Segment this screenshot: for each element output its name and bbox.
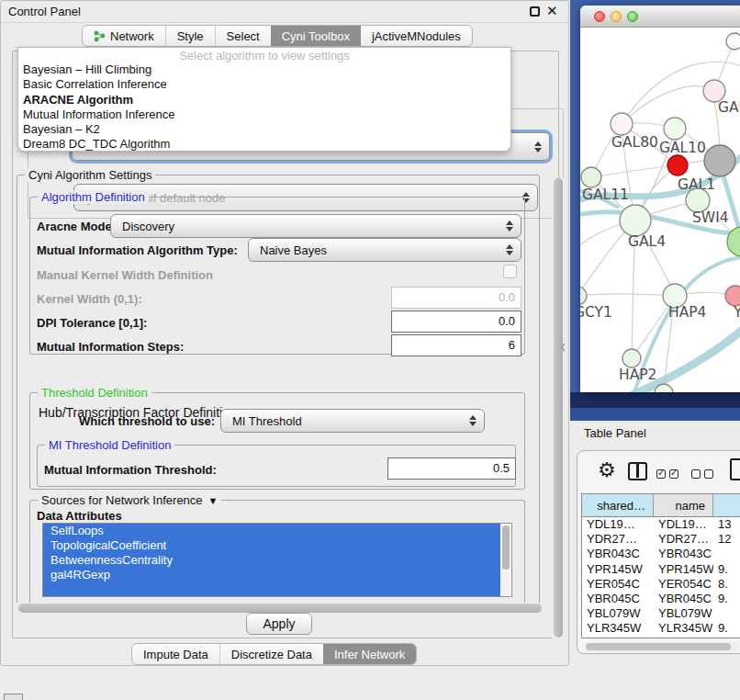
stepper-arrows-icon	[506, 220, 513, 231]
network-node[interactable]	[726, 33, 740, 50]
close-icon[interactable]: ✕	[546, 3, 558, 19]
scrollbar-thumb[interactable]	[18, 604, 542, 613]
scrollbar-thumb[interactable]	[586, 643, 731, 650]
apply-button[interactable]: Apply	[246, 613, 312, 635]
table-row[interactable]: YBL079WYBL079W	[582, 606, 740, 621]
table-cell: YBL079W	[654, 606, 713, 621]
minimized-panel-icon[interactable]	[4, 694, 23, 700]
aracne-mode-combo[interactable]: Discovery	[110, 214, 521, 238]
network-edge[interactable]	[580, 329, 740, 392]
panel-resize-handle-icon[interactable]: ❮	[560, 343, 566, 351]
tab-cyni-toolbox-label: Cyni Toolbox	[282, 29, 350, 43]
mi-steps-field[interactable]: 6	[391, 334, 521, 356]
table-row[interactable]: YDR27…YDR27…12	[582, 532, 740, 547]
kernel-width-field[interactable]: 0.0	[391, 287, 521, 309]
dropdown-placeholder: Select algorithm to view settings	[18, 49, 510, 62]
dropdown-item[interactable]: ARACNE Algorithm	[18, 93, 510, 107]
table-cell: YDL19…	[582, 517, 654, 532]
new-table-icon[interactable]	[730, 458, 740, 480]
table-cell: 9.	[713, 621, 740, 636]
desktop-band	[570, 408, 740, 421]
threshold-definition-title: Threshold Definition	[38, 386, 151, 400]
dropdown-item[interactable]: Dream8 DC_TDC Algorithm	[18, 137, 510, 152]
select-all-checkboxes-icon[interactable]	[656, 466, 682, 482]
node-label: SWI4	[692, 209, 729, 226]
which-threshold-label: Which threshold to use:	[79, 414, 215, 428]
aracne-mode-value: Discovery	[122, 220, 174, 233]
list-vertical-scrollbar[interactable]	[501, 525, 510, 597]
stepper-arrows-icon	[506, 244, 513, 255]
zoom-traffic-light-icon[interactable]	[627, 11, 638, 22]
network-node-gcy1[interactable]	[580, 287, 587, 305]
network-node-gal11[interactable]	[581, 167, 601, 187]
column-header-name[interactable]: name	[654, 494, 713, 516]
mi-type-combo[interactable]: Naive Bayes	[248, 238, 521, 262]
tab-impute-data-label: Impute Data	[143, 648, 208, 661]
table-cell: YIL053C	[654, 637, 713, 639]
table-row[interactable]: YLR345WYLR345W9.	[582, 621, 740, 636]
minimize-traffic-light-icon[interactable]	[611, 11, 622, 22]
list-item[interactable]: BetweennessCentrality	[43, 553, 500, 568]
network-node-hap2[interactable]	[622, 349, 641, 367]
list-item[interactable]: SelfLoops	[43, 524, 500, 538]
node-label: GAL80	[611, 134, 658, 151]
tab-network[interactable]: Network	[83, 26, 165, 46]
network-edge[interactable]	[580, 294, 675, 296]
deselect-all-checkboxes-icon[interactable]	[691, 466, 717, 482]
dpi-tolerance-field[interactable]: 0.0	[391, 310, 521, 333]
network-node-gal10[interactable]	[664, 118, 686, 140]
table-row[interactable]: YBR045CYBR045C9.	[582, 592, 740, 606]
network-canvas[interactable]: GALGAL80GAL10GAL1GAL11SWI4GAL4GCY1HAP4YH…	[580, 28, 740, 392]
tab-style[interactable]: Style	[165, 26, 215, 46]
tab-discretize-data[interactable]: Discretize Data	[219, 644, 323, 664]
list-item-partial[interactable]	[43, 582, 500, 597]
data-attributes-list[interactable]: SelfLoopsTopologicalCoefficientBetweenne…	[42, 523, 512, 597]
mi-threshold-field[interactable]: 0.5	[387, 457, 516, 480]
column-header-shared-name[interactable]: shared…	[582, 494, 654, 516]
table-row[interactable]: YPR145WYPR145W9.	[582, 562, 740, 577]
list-item[interactable]: gal4RGexp	[43, 568, 500, 582]
tab-cyni-toolbox[interactable]: Cyni Toolbox	[271, 26, 361, 46]
table-row[interactable]: YDL19…YDL19…13	[582, 517, 740, 532]
table-horizontal-scrollbar[interactable]	[585, 642, 739, 651]
tab-infer-network-label: Infer Network	[334, 648, 405, 661]
float-window-icon[interactable]	[530, 6, 540, 17]
gear-icon[interactable]: ⚙	[598, 458, 616, 482]
table-row[interactable]: YBR043CYBR043C	[582, 547, 740, 561]
table-cell: 9.	[713, 562, 740, 577]
settings-vertical-scrollbar[interactable]	[552, 178, 565, 654]
network-node-gal80[interactable]	[611, 113, 633, 135]
tab-impute-data[interactable]: Impute Data	[132, 644, 219, 664]
table-row[interactable]: YIL053CYIL053C9	[582, 637, 740, 639]
table-cell: YBL079W	[582, 606, 654, 621]
dropdown-item[interactable]: Basic Correlation Inference	[18, 77, 510, 92]
network-window-titlebar[interactable]	[580, 6, 740, 28]
kernel-width-label: Kernel Width (0,1):	[37, 292, 142, 306]
columns-icon[interactable]	[628, 462, 647, 480]
tab-jactivemnodules[interactable]: jActiveMNodules	[361, 26, 472, 46]
scrollbar-thumb[interactable]	[502, 525, 510, 570]
tab-select-label: Select	[227, 29, 260, 43]
close-traffic-light-icon[interactable]	[594, 11, 605, 22]
list-item[interactable]: TopologicalCoefficient	[43, 538, 500, 553]
mi-steps-label: Mutual Information Steps:	[37, 340, 184, 354]
table-row[interactable]: YER054CYER054C8.	[582, 577, 740, 592]
manual-kernel-checkbox[interactable]	[503, 265, 517, 278]
dropdown-item[interactable]: Bayesian – K2	[18, 122, 510, 137]
tab-infer-network[interactable]: Infer Network	[323, 644, 416, 664]
table-cell: 12	[713, 532, 740, 547]
network-node-gal4[interactable]	[620, 205, 651, 236]
network-node-gal1[interactable]	[667, 155, 688, 175]
tab-select[interactable]: Select	[215, 26, 271, 46]
table-panel: ⚙ shared… name YDL19…YDL19…13YDR27…YDR27…	[577, 450, 740, 654]
bottom-tabbar: Impute Data Discretize Data Infer Networ…	[131, 643, 417, 665]
network-node[interactable]	[704, 145, 735, 176]
network-node-y[interactable]	[725, 286, 740, 306]
scrollbar-thumb[interactable]	[554, 178, 563, 638]
which-threshold-combo[interactable]: MI Threshold	[220, 409, 485, 433]
table-cell: YLR345W	[582, 621, 654, 636]
dropdown-item[interactable]: Bayesian – Hill Climbing	[18, 62, 510, 77]
dropdown-item[interactable]: Mutual Information Inference	[18, 107, 510, 122]
column-header-partial[interactable]	[713, 494, 740, 516]
mi-threshold-group-title: MI Threshold Definition	[45, 438, 174, 452]
